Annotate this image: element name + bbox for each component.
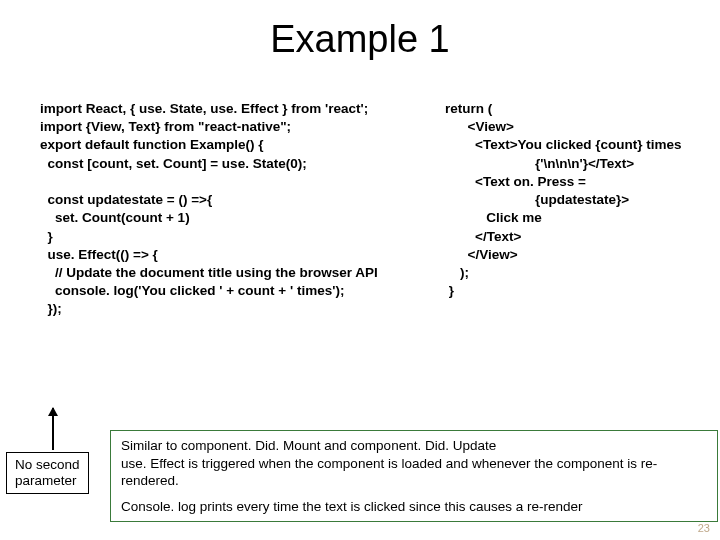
slide-title: Example 1 xyxy=(0,18,720,61)
note-line1: Similar to component. Did. Mount and com… xyxy=(121,437,707,455)
arrow-icon xyxy=(48,408,54,450)
callout-line2: parameter xyxy=(15,473,80,489)
note-line3: Console. log prints every time the text … xyxy=(121,498,707,516)
code-right-column: return ( <View> <Text>You clicked {count… xyxy=(445,100,705,300)
callout-line1: No second xyxy=(15,457,80,473)
slide-number: 23 xyxy=(698,522,710,534)
callout-label: No second parameter xyxy=(6,452,89,494)
code-left-column: import React, { use. State, use. Effect … xyxy=(40,100,440,319)
explanation-box: Similar to component. Did. Mount and com… xyxy=(110,430,718,522)
note-line2: use. Effect is triggered when the compon… xyxy=(121,455,707,490)
